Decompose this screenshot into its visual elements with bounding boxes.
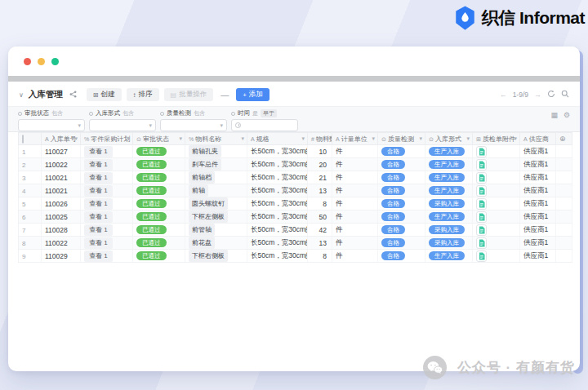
view-plan-button[interactable]: 查看 1	[84, 224, 113, 236]
col-unit[interactable]: 计量单位▾	[332, 133, 378, 145]
col-supplier[interactable]: 供应商	[520, 133, 556, 145]
col-quality-check[interactable]: 质量检测▾	[378, 133, 425, 145]
row-filler-cell	[556, 237, 572, 250]
toolbar-divider-dash[interactable]: —	[220, 91, 229, 100]
col-material-name[interactable]: 物料名称▾	[185, 133, 247, 145]
view-plan-button[interactable]: 查看 1	[84, 198, 113, 210]
relation-field-icon	[84, 136, 89, 142]
approval-status-badge: 已通过	[136, 160, 167, 170]
order-no-cell: 110028	[42, 224, 81, 237]
filter-approval-select[interactable]: ▾	[18, 119, 85, 131]
view-plan-button[interactable]: 查看 1	[84, 185, 113, 197]
share-icon[interactable]	[69, 91, 77, 100]
row-index: 9	[22, 253, 25, 260]
column-menu-chevron-icon[interactable]: ▾	[372, 135, 375, 142]
attachment-file-icon[interactable]	[476, 250, 487, 262]
order-no-cell: 110026	[42, 197, 81, 211]
supplier-cell: 供应商1	[520, 171, 556, 184]
column-menu-chevron-icon[interactable]: ▾	[326, 135, 329, 142]
maximize-window-dot[interactable]	[51, 58, 59, 65]
inbound-form-badge: 采购入库	[429, 199, 465, 209]
add-column-icon[interactable]	[559, 136, 566, 142]
view-plan-button[interactable]: 查看 1	[84, 172, 113, 184]
col-inbound-form[interactable]: 入库形式▾	[425, 133, 473, 145]
unit-cell: 件	[332, 250, 378, 263]
column-menu-chevron-icon[interactable]: ▾	[241, 135, 244, 142]
column-menu-chevron-icon[interactable]: ▾	[179, 135, 182, 142]
batch-actions-button[interactable]: ▤ 批量操作	[164, 88, 214, 101]
column-menu-chevron-icon[interactable]: ▾	[419, 135, 422, 142]
material-name-tag: 前轴孔夹	[189, 145, 221, 157]
plan-cell: 查看 1	[81, 158, 133, 171]
column-menu-chevron-icon[interactable]: ▾	[301, 135, 305, 142]
view-plan-button[interactable]: 查看 1	[84, 159, 113, 171]
row-filler-cell	[556, 250, 572, 263]
column-menu-chevron-icon[interactable]: ▾	[514, 135, 517, 142]
minimize-window-dot[interactable]	[38, 58, 45, 65]
column-menu-chevron-icon[interactable]: ▾	[466, 135, 470, 142]
supplier-value: 供应商1	[523, 225, 548, 233]
next-page-arrow-icon[interactable]: →	[534, 91, 541, 99]
sort-button[interactable]: ↕ 排序	[127, 88, 159, 101]
qty-cell: 13	[308, 237, 332, 250]
select-all-checkbox[interactable]	[22, 135, 24, 144]
attachment-file-icon[interactable]	[476, 224, 487, 236]
chevron-down-icon: ▾	[220, 122, 223, 129]
unit-cell: 件	[332, 237, 378, 250]
view-plan-button[interactable]: 查看 1	[84, 237, 113, 249]
qty-value: 8	[311, 252, 328, 260]
app-window: ∨ 入库管理 ⊞ 创建 ↕ 排序 ▤ 批量操作 — + 添加 ← 1-9/9 →	[8, 47, 580, 371]
order-no-cell: 110027	[42, 145, 81, 158]
attachment-file-icon[interactable]	[476, 185, 487, 197]
clock-icon	[235, 122, 241, 128]
col-purchase-plan[interactable]: 零件采购计划▾	[81, 133, 133, 145]
add-column-cell[interactable]	[556, 133, 572, 145]
attach-cell	[473, 197, 520, 211]
view-plan-button[interactable]: 查看 1	[84, 211, 113, 223]
layout-grid-icon[interactable]: ▦	[550, 111, 558, 119]
spec-text: 长50cm，宽30cm的SY1	[251, 199, 308, 207]
attachment-file-icon[interactable]	[476, 172, 487, 184]
inbound-form-badge: 生产入库	[429, 173, 465, 183]
add-record-button[interactable]: + 添加	[236, 88, 270, 101]
attachment-file-icon[interactable]	[476, 237, 487, 249]
column-menu-chevron-icon[interactable]: ▾	[127, 135, 130, 142]
col-order-no[interactable]: 入库单号▾	[42, 133, 81, 145]
approval-cell: 已通过	[133, 250, 185, 263]
watermark: 公众号 · 有颜有货	[423, 356, 575, 379]
col-qty[interactable]: 物料数量▾	[308, 133, 332, 145]
filter-label: 审批状态	[24, 109, 49, 117]
filter-quality-select[interactable]: ▾	[160, 119, 227, 131]
supplier-value: 供应商1	[523, 147, 548, 155]
unit-cell: 件	[332, 211, 378, 224]
filter-time-input[interactable]	[231, 119, 298, 131]
col-spec[interactable]: 规格▾	[247, 133, 308, 145]
approval-cell: 已通过	[133, 158, 185, 171]
view-collapse-chevron-icon[interactable]: ∨	[19, 91, 24, 99]
filter-inbound-form-select[interactable]: ▾	[89, 119, 156, 131]
attach-cell	[473, 250, 520, 263]
create-button[interactable]: ⊞ 创建	[87, 88, 122, 101]
attachment-file-icon[interactable]	[476, 198, 487, 210]
gear-icon[interactable]: ⚙	[564, 111, 570, 119]
prev-page-arrow-icon[interactable]: ←	[500, 91, 507, 99]
attachment-file-icon[interactable]	[476, 159, 487, 171]
view-plan-button[interactable]: 查看 1	[84, 250, 113, 262]
attachment-file-icon[interactable]	[476, 211, 487, 223]
close-window-dot[interactable]	[24, 58, 31, 65]
qc-cell: 合格	[378, 158, 425, 171]
col-qc-attachment[interactable]: 质检单附件▾	[473, 133, 520, 145]
view-plan-button[interactable]: 查看 1	[84, 146, 113, 157]
refresh-icon[interactable]	[547, 90, 555, 100]
attachment-file-icon[interactable]	[476, 146, 487, 157]
search-icon[interactable]	[561, 90, 569, 100]
table-row: 7110028查看 1已通过前管轴长50cm，宽30cm的SY142件合格采购入…	[19, 224, 572, 237]
inbound-form-badge: 生产入库	[429, 251, 465, 261]
supplier-cell: 供应商1	[520, 237, 556, 250]
filter-operator: 包含	[51, 109, 63, 117]
supplier-cell: 供应商1	[520, 250, 556, 263]
window-titlebar	[8, 47, 580, 76]
column-menu-chevron-icon[interactable]: ▾	[74, 135, 78, 142]
col-approval-status[interactable]: 审批状态▾	[133, 133, 185, 145]
select-field-icon	[136, 136, 141, 142]
